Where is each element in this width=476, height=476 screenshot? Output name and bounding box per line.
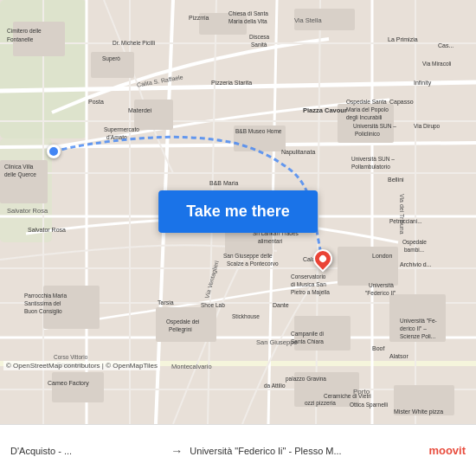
svg-text:Ottica Sparnelli: Ottica Sparnelli (350, 402, 388, 408)
svg-text:palazzo Gravina: palazzo Gravina (286, 376, 326, 383)
svg-text:da Attilio: da Attilio (264, 383, 286, 389)
svg-text:Maria del Popolo: Maria del Popolo (346, 106, 389, 113)
svg-text:Salvator Rosa: Salvator Rosa (7, 207, 48, 215)
svg-text:Sanità: Sanità (251, 42, 267, 48)
svg-text:Ceramiche di Vietri: Ceramiche di Vietri (324, 393, 371, 399)
svg-text:delle Querce: delle Querce (4, 171, 36, 178)
svg-text:Piazza Cavour: Piazza Cavour (303, 106, 347, 114)
svg-text:Petrucciani...: Petrucciani... (389, 218, 422, 224)
svg-rect-37 (52, 372, 104, 402)
svg-text:San Giuseppe delle: San Giuseppe delle (223, 253, 273, 260)
svg-text:Scalze a Pontecorvo: Scalze a Pontecorvo (227, 261, 279, 267)
take-me-there-button[interactable]: Take me there (158, 190, 318, 233)
svg-text:Pietro a Majella: Pietro a Majella (291, 289, 330, 296)
svg-text:bambi...: bambi... (404, 247, 424, 253)
svg-text:Corso Vittorio: Corso Vittorio (54, 354, 88, 360)
svg-text:ozzi pizzeria: ozzi pizzeria (305, 400, 336, 407)
svg-text:Buon Consiglio: Buon Consiglio (24, 308, 62, 315)
svg-text:Chiesa di Santa: Chiesa di Santa (228, 10, 268, 16)
svg-text:Capasso: Capasso (389, 99, 414, 106)
svg-text:Fontanelle: Fontanelle (7, 36, 34, 42)
svg-text:B&B Museo Home: B&B Museo Home (235, 128, 282, 134)
svg-text:Policlinico: Policlinico (355, 131, 380, 137)
route-from: D'Acquisto - ... (10, 446, 164, 456)
svg-text:Supermercato: Supermercato (104, 126, 139, 133)
svg-text:Via Miracoli: Via Miracoli (422, 61, 451, 67)
bottom-bar: D'Acquisto - ... → Università "Federico … (0, 424, 476, 476)
moovit-logo-text: moovit (428, 444, 466, 457)
svg-text:Bellini: Bellini (388, 177, 404, 183)
svg-text:Santissima del: Santissima del (24, 300, 61, 306)
svg-text:Dante: Dante (273, 302, 289, 308)
svg-text:Materdei: Materdei (128, 107, 152, 113)
svg-text:London: London (372, 253, 392, 259)
svg-text:Cimitero delle: Cimitero delle (7, 28, 42, 34)
svg-text:Pollambulatorio: Pollambulatorio (351, 164, 390, 170)
svg-text:Parrocchia Maria: Parrocchia Maria (24, 293, 68, 299)
svg-text:degli Incurabili: degli Incurabili (346, 114, 383, 121)
svg-text:Boof: Boof (372, 345, 384, 351)
svg-text:Montecalvario: Montecalvario (171, 363, 212, 370)
svg-text:Scienze Poli...: Scienze Poli... (400, 333, 435, 339)
svg-text:Via Dirupo: Via Dirupo (414, 123, 441, 130)
route-arrow: → (170, 444, 183, 458)
svg-text:B&B Maria: B&B Maria (209, 180, 239, 186)
route-to: Università "Federico Ii" - Plesso M... (190, 446, 420, 456)
svg-text:Dr. Michele Picilli: Dr. Michele Picilli (113, 40, 155, 46)
svg-text:La Primizia: La Primizia (388, 36, 418, 42)
svg-text:Tarsia: Tarsia (158, 299, 174, 306)
svg-text:Infinity: Infinity (414, 80, 432, 87)
svg-text:Campanile di: Campanile di (291, 331, 324, 338)
svg-text:Università SUN –: Università SUN – (351, 156, 395, 162)
svg-text:Università: Università (369, 282, 394, 288)
svg-text:Università "Fe-: Università "Fe- (400, 318, 437, 324)
svg-text:Santa Chiara: Santa Chiara (291, 338, 324, 344)
svg-text:Conservatorio: Conservatorio (291, 273, 326, 280)
svg-text:Ospedale dei: Ospedale dei (166, 318, 199, 325)
svg-text:Superò: Superò (102, 55, 120, 62)
svg-text:Posta: Posta (88, 99, 104, 105)
map-container: Via Stella Piazza Cavour Via dei Tribuna… (0, 0, 476, 424)
svg-text:Discesa: Discesa (249, 34, 270, 40)
svg-text:Clinica Villa: Clinica Villa (4, 164, 34, 170)
svg-text:di Musica San: di Musica San (291, 281, 326, 287)
svg-text:Salvator Rosa: Salvator Rosa (28, 227, 66, 233)
svg-text:Cas...: Cas... (438, 42, 453, 48)
svg-text:derico II" –: derico II" – (400, 325, 427, 331)
svg-rect-27 (134, 100, 173, 130)
svg-text:Maria della Vita: Maria della Vita (228, 18, 267, 24)
svg-text:Mister White pizza: Mister White pizza (394, 408, 443, 415)
origin-marker (47, 145, 61, 158)
svg-text:Cameo Factory: Cameo Factory (48, 380, 89, 387)
svg-text:Shoe Lab: Shoe Lab (201, 302, 225, 308)
svg-text:Pellegrini: Pellegrini (169, 326, 192, 333)
svg-text:Pizzeria Starita: Pizzeria Starita (211, 80, 252, 86)
destination-marker (313, 249, 332, 268)
svg-text:"Federico II": "Federico II" (365, 290, 396, 296)
svg-text:Via Stella: Via Stella (294, 16, 322, 24)
svg-text:Ospedale Santa: Ospedale Santa (346, 99, 387, 106)
svg-text:Napulitanata: Napulitanata (281, 149, 315, 156)
svg-text:Pizzrria: Pizzrria (189, 15, 209, 21)
svg-text:Via dei Tribuna: Via dei Tribuna (399, 194, 405, 235)
svg-text:Università SUN –: Università SUN – (353, 123, 396, 129)
moovit-logo: moovit (428, 444, 466, 457)
svg-text:Stickhouse: Stickhouse (232, 313, 260, 319)
svg-text:alimentari: alimentari (258, 238, 282, 244)
svg-rect-34 (156, 307, 216, 342)
svg-text:Archivio d...: Archivio d... (400, 261, 432, 267)
svg-text:Alatsor: Alatsor (389, 353, 408, 359)
map-copyright: © OpenStreetMap contributors | © OpenMap… (3, 361, 160, 370)
svg-text:Ospedale: Ospedale (402, 239, 427, 246)
